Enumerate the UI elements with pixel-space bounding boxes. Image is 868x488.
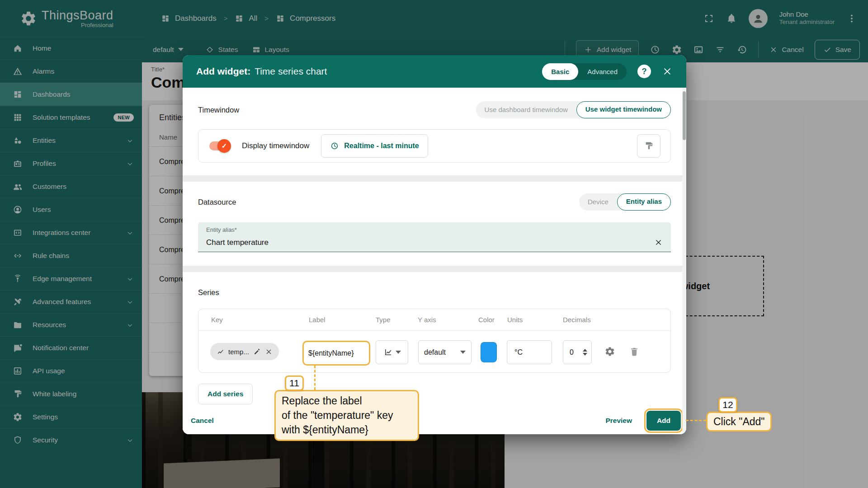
- callout-11-text: Replace the label of the "temperature" k…: [274, 390, 419, 441]
- entity-alias-field[interactable]: Entity alias* Chart temperature: [198, 222, 671, 252]
- datasource-type-toggle: Device Entity alias: [579, 193, 671, 211]
- add-widget-dialog: Add widget:Time series chart Basic Advan…: [183, 55, 686, 434]
- column-header-type: Type: [376, 309, 391, 331]
- column-header-label: Label: [309, 309, 326, 331]
- column-header-key: Key: [211, 309, 223, 331]
- use-dashboard-timewindow-option[interactable]: Use dashboard timewindow: [476, 101, 576, 118]
- series-yaxis-value: default: [424, 348, 446, 357]
- series-key-chip[interactable]: temp...: [210, 343, 279, 360]
- timewindow-style-button[interactable]: [637, 134, 660, 158]
- remove-key-icon[interactable]: [265, 348, 273, 356]
- line-chart-icon: [217, 348, 224, 356]
- series-delete-trash-icon[interactable]: [629, 346, 640, 357]
- realtime-timewindow-button[interactable]: Realtime - last minute: [321, 134, 428, 158]
- caret-down-icon: [460, 351, 466, 354]
- series-key-label: temp...: [228, 348, 249, 356]
- pencil-icon[interactable]: [253, 348, 261, 356]
- callout-12-text: Click "Add": [706, 412, 772, 432]
- add-series-button[interactable]: Add series: [198, 384, 253, 404]
- entity-alias-field-label: Entity alias*: [206, 226, 663, 233]
- close-icon[interactable]: [662, 66, 673, 77]
- timewindow-card: Display timewindow Realtime - last minut…: [198, 129, 671, 163]
- series-table-header: Key Label Type Y axis Color Units Decima…: [198, 309, 670, 331]
- display-timewindow-label: Display timewindow: [242, 141, 309, 150]
- dialog-body: Timewindow Use dashboard timewindow Use …: [183, 88, 686, 434]
- dialog-header: Add widget:Time series chart Basic Advan…: [183, 55, 686, 88]
- callout-11-connector: [314, 366, 316, 390]
- add-button[interactable]: Add: [646, 411, 681, 431]
- series-heading: Series: [198, 288, 219, 297]
- series-color-swatch[interactable]: [481, 342, 497, 362]
- series-decimals-stepper[interactable]: 0: [563, 340, 592, 364]
- series-label-input[interactable]: ${entityName}: [302, 341, 370, 366]
- advanced-tab[interactable]: Advanced: [578, 63, 627, 80]
- realtime-label: Realtime - last minute: [344, 142, 419, 150]
- entity-alias-option[interactable]: Entity alias: [617, 193, 671, 211]
- entity-alias-field-value[interactable]: Chart temperature: [206, 238, 654, 247]
- column-header-yaxis: Y axis: [418, 309, 436, 331]
- paint-roller-icon: [644, 141, 654, 151]
- dialog-title-prefix: Add widget:: [196, 66, 250, 76]
- caret-up-icon[interactable]: [583, 349, 587, 352]
- preview-button[interactable]: Preview: [605, 417, 632, 425]
- series-settings-gear-icon[interactable]: [604, 346, 615, 357]
- dialog-title-text: Time series chart: [255, 66, 327, 76]
- display-timewindow-toggle[interactable]: [208, 140, 230, 152]
- timewindow-section: Timewindow Use dashboard timewindow Use …: [183, 88, 686, 175]
- basic-advanced-toggle: Basic Advanced: [542, 63, 627, 80]
- dialog-title: Add widget:Time series chart: [196, 66, 327, 77]
- cancel-button[interactable]: Cancel: [191, 417, 214, 425]
- series-units-value: °C: [514, 348, 523, 357]
- dialog-footer: Cancel Preview Add: [183, 404, 686, 434]
- caret-down-icon: [396, 351, 401, 354]
- chart-type-icon: [383, 347, 393, 357]
- column-header-units: Units: [507, 309, 523, 331]
- series-units-input[interactable]: °C: [507, 340, 552, 364]
- column-header-color: Color: [478, 309, 495, 331]
- column-header-decimals: Decimals: [563, 309, 591, 331]
- datasource-section: Datasource Device Entity alias Entity al…: [183, 182, 686, 266]
- series-yaxis-select[interactable]: default: [418, 340, 472, 364]
- series-table: Key Label Type Y axis Color Units Decima…: [198, 309, 671, 373]
- series-section: Series Key Label Type Y axis Color Units…: [183, 272, 686, 404]
- series-row: temp... ${entityName} default: [198, 331, 670, 372]
- callout-11-number: 11: [285, 375, 304, 391]
- caret-down-icon[interactable]: [583, 353, 587, 356]
- basic-tab[interactable]: Basic: [542, 63, 578, 80]
- clock-icon: [330, 141, 339, 150]
- device-option[interactable]: Device: [579, 193, 617, 211]
- callout-12-connector: [686, 420, 706, 421]
- datasource-heading: Datasource: [198, 198, 236, 206]
- timewindow-heading: Timewindow: [198, 106, 239, 114]
- scrollbar-thumb[interactable]: [683, 91, 686, 140]
- series-decimals-value: 0: [570, 348, 574, 357]
- series-type-select[interactable]: [376, 340, 408, 364]
- dialog-scrollbar[interactable]: [682, 88, 686, 434]
- clear-icon[interactable]: [654, 238, 663, 247]
- stepper-arrows[interactable]: [583, 349, 587, 356]
- timewindow-source-toggle: Use dashboard timewindow Use widget time…: [476, 101, 671, 118]
- thingsboard-screen: ThingsBoard Professional Home Alarms Das…: [0, 0, 868, 488]
- help-icon[interactable]: ?: [637, 65, 651, 78]
- use-widget-timewindow-option[interactable]: Use widget timewindow: [576, 101, 671, 118]
- callout-12-number: 12: [718, 397, 737, 413]
